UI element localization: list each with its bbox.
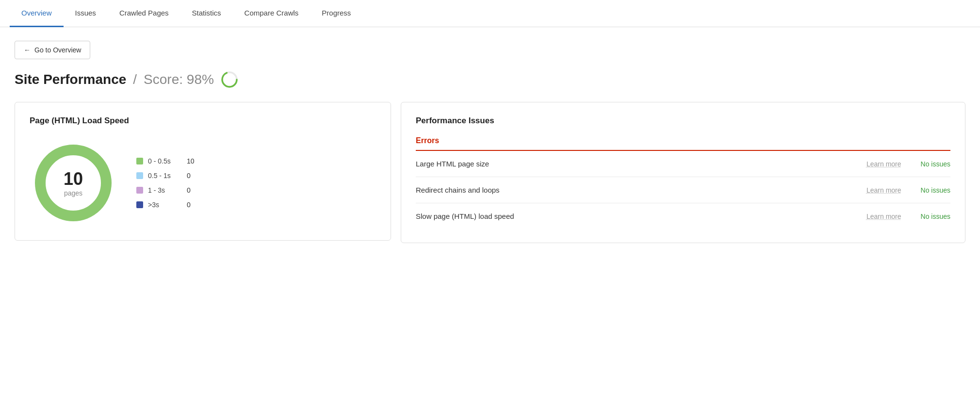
- performance-issues-title: Performance Issues: [416, 116, 950, 126]
- legend-count-3: 0: [187, 201, 191, 209]
- learn-more-link-0[interactable]: Learn more: [866, 160, 901, 168]
- issue-name-0: Large HTML page size: [416, 160, 862, 168]
- learn-more-link-2[interactable]: Learn more: [866, 213, 901, 220]
- load-speed-card: Page (HTML) Load Speed 10 pages: [15, 102, 391, 241]
- donut-center: 10 pages: [64, 168, 83, 197]
- donut-area: 10 pages 0 - 0.5s 10 0.5 - 1s 0: [30, 139, 376, 227]
- page-title-main: Site Performance: [15, 72, 126, 87]
- donut-pages-label: pages: [64, 189, 83, 197]
- no-issues-badge-0: No issues: [921, 160, 950, 168]
- tab-progress[interactable]: Progress: [310, 0, 362, 27]
- page-title-area: Site Performance / Score: 98%: [15, 71, 965, 88]
- issue-name-1: Redirect chains and loops: [416, 186, 862, 194]
- load-speed-card-title: Page (HTML) Load Speed: [30, 116, 376, 126]
- donut-chart: 10 pages: [30, 139, 117, 227]
- no-issues-badge-1: No issues: [921, 186, 950, 194]
- tab-compare-crawls[interactable]: Compare Crawls: [233, 0, 310, 27]
- back-button-label: Go to Overview: [34, 46, 81, 54]
- legend-swatch-3: [136, 201, 143, 208]
- legend-swatch-0: [136, 158, 143, 164]
- legend-item-0: 0 - 0.5s 10: [136, 157, 195, 165]
- back-button[interactable]: ← Go to Overview: [15, 41, 90, 59]
- page-title-separator: /: [133, 72, 137, 87]
- legend-range-3: >3s: [148, 201, 177, 209]
- load-speed-legend: 0 - 0.5s 10 0.5 - 1s 0 1 - 3s 0: [136, 157, 195, 209]
- legend-count-0: 10: [187, 157, 195, 165]
- legend-range-0: 0 - 0.5s: [148, 157, 177, 165]
- errors-section-label: Errors: [416, 136, 950, 151]
- tab-issues[interactable]: Issues: [64, 0, 108, 27]
- legend-range-1: 0.5 - 1s: [148, 172, 177, 180]
- legend-count-2: 0: [187, 186, 191, 194]
- two-col-layout: Page (HTML) Load Speed 10 pages: [15, 102, 965, 243]
- page-title-score: Score: 98%: [144, 72, 214, 87]
- legend-swatch-2: [136, 187, 143, 194]
- score-circle-icon: [221, 71, 238, 88]
- tab-statistics[interactable]: Statistics: [180, 0, 233, 27]
- no-issues-badge-2: No issues: [921, 213, 950, 220]
- tab-overview[interactable]: Overview: [10, 0, 64, 27]
- legend-item-3: >3s 0: [136, 201, 195, 209]
- back-arrow-icon: ←: [24, 46, 31, 54]
- legend-count-1: 0: [187, 172, 191, 180]
- issue-name-2: Slow page (HTML) load speed: [416, 212, 862, 220]
- legend-range-2: 1 - 3s: [148, 186, 177, 194]
- learn-more-link-1[interactable]: Learn more: [866, 186, 901, 194]
- main-content: ← Go to Overview Site Performance / Scor…: [0, 27, 980, 257]
- issue-row-2: Slow page (HTML) load speed Learn more N…: [416, 203, 950, 229]
- legend-swatch-1: [136, 172, 143, 179]
- performance-issues-card: Performance Issues Errors Large HTML pag…: [401, 102, 965, 243]
- legend-item-2: 1 - 3s 0: [136, 186, 195, 194]
- nav-tabs: Overview Issues Crawled Pages Statistics…: [0, 0, 980, 27]
- legend-item-1: 0.5 - 1s 0: [136, 172, 195, 180]
- tab-crawled-pages[interactable]: Crawled Pages: [108, 0, 180, 27]
- issue-row-0: Large HTML page size Learn more No issue…: [416, 151, 950, 177]
- issue-row-1: Redirect chains and loops Learn more No …: [416, 177, 950, 203]
- donut-total-pages: 10: [64, 168, 83, 189]
